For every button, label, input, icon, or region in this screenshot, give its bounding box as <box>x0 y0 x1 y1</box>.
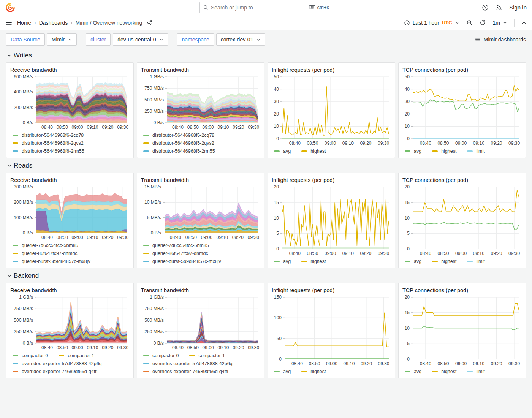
legend-item[interactable]: avg <box>405 368 421 375</box>
panel-title[interactable]: TCP connections (per pod) <box>402 286 522 294</box>
panel-title[interactable]: Receive bandwidth <box>10 286 130 294</box>
svg-text:150: 150 <box>274 294 282 300</box>
legend-item[interactable]: distributor-56446968f6-2cq78 <box>13 132 84 139</box>
svg-text:0 B/s: 0 B/s <box>23 340 33 346</box>
time-series-chart[interactable]: 0102030405008:4008:5009:0009:1009:2009:3… <box>402 74 522 147</box>
section-header-backend[interactable]: Backend <box>7 272 526 280</box>
legend-item[interactable]: highest <box>432 258 456 265</box>
time-series-chart[interactable]: 05010015008:4008:5009:0009:1009:2009:30 <box>272 294 391 367</box>
cluster-select[interactable]: dev-us-central-0 <box>113 33 168 46</box>
legend-item[interactable]: querier-burst-5b9d84857c-mx8jv <box>143 258 221 265</box>
datasource-label[interactable]: Data Source <box>6 33 45 46</box>
legend-item[interactable]: compactor-1 <box>189 352 225 359</box>
legend-item[interactable]: compactor-1 <box>59 352 94 359</box>
time-series-chart[interactable]: 0 B/s250 MB/s500 MB/s750 MB/s1 GB/s08:40… <box>10 294 130 351</box>
legend-item[interactable]: limit <box>467 258 484 265</box>
refresh-interval-picker[interactable]: 1m <box>493 20 507 26</box>
collapse-toolbar-icon[interactable] <box>521 20 527 25</box>
search-bar[interactable]: ctrl+k <box>200 2 332 13</box>
panel-reads-transmit-bandwidth: Transmit bandwidth 0 B/s5 MB/s10 MB/s15 … <box>137 173 264 268</box>
legend-item[interactable]: highest <box>301 258 326 265</box>
time-series-chart[interactable]: 0510152008:4008:5009:0009:1009:2009:30 <box>272 184 391 257</box>
legend-item[interactable]: distributor-56446968f6-2qvs2 <box>13 140 84 147</box>
namespace-select[interactable]: cortex-dev-01 <box>216 33 266 46</box>
legend-item[interactable]: querier-7d6cc54fcc-5bm85 <box>13 242 78 249</box>
legend-series-color <box>13 150 18 152</box>
time-series-chart[interactable]: 0102030405008:4008:5009:0009:1009:2009:3… <box>272 74 391 147</box>
legend-item[interactable]: distributor-56446968f6-2rm55 <box>13 148 84 155</box>
mimir-dashboards-button[interactable]: Mimir dashboards <box>475 36 526 43</box>
mega-menu-icon[interactable] <box>5 19 13 26</box>
legend-item[interactable]: limit <box>467 368 484 375</box>
panel-reads-inflight-requests: Inflight requests (per pod) 0510152008:4… <box>268 173 395 268</box>
svg-text:09:00: 09:00 <box>326 361 337 366</box>
time-series-chart[interactable]: 0 B/s5 MB/s10 MB/s15 MB/s08:4008:5009:00… <box>141 184 260 241</box>
legend-item[interactable]: highest <box>432 368 456 375</box>
share-icon[interactable] <box>147 19 153 26</box>
namespace-variable: namespace cortex-dev-01 <box>177 33 265 46</box>
legend-item[interactable]: querier-86f647fc97-dhmdc <box>13 250 78 257</box>
legend-item[interactable]: highest <box>301 148 326 155</box>
panel-title[interactable]: Inflight requests (per pod) <box>272 286 391 294</box>
legend-item[interactable]: querier-86f647fc97-dhmdc <box>143 250 208 257</box>
legend-item[interactable]: querier-7d6cc54fcc-5bm85 <box>143 242 209 249</box>
time-series-chart[interactable]: 0 B/s200 MB/s400 MB/s600 MB/s08:4008:500… <box>10 74 130 131</box>
legend-series-label: avg <box>414 368 421 375</box>
time-range-picker[interactable]: Last 1 hour UTC <box>404 20 459 26</box>
legend-series-label: highest <box>441 148 456 155</box>
panel-title[interactable]: Receive bandwidth <box>10 176 130 184</box>
legend-item[interactable]: avg <box>405 148 421 155</box>
svg-text:09:30: 09:30 <box>378 361 389 366</box>
section-header-writes[interactable]: Writes <box>7 52 526 59</box>
panel-legend: avghighestlimit <box>402 367 522 375</box>
time-series-chart[interactable]: 0 B/s100 MB/s200 MB/s300 MB/s08:4008:500… <box>10 184 130 241</box>
legend-item[interactable]: avg <box>274 368 291 375</box>
rss-icon[interactable] <box>496 4 502 11</box>
legend-item[interactable]: avg <box>405 258 421 265</box>
panel-title[interactable]: Inflight requests (per pod) <box>272 176 391 184</box>
breadcrumb-home[interactable]: Home <box>17 20 31 26</box>
legend-item[interactable]: highest <box>432 148 456 155</box>
datasource-select[interactable]: Mimir <box>47 33 77 46</box>
legend-item[interactable]: distributor-56446968f6-2cq78 <box>143 132 214 139</box>
legend-series-label: limit <box>476 368 484 375</box>
svg-text:09:20: 09:20 <box>102 125 113 130</box>
help-icon[interactable] <box>482 4 489 11</box>
svg-text:09:20: 09:20 <box>102 345 113 350</box>
legend-item[interactable]: overrides-exporter-57df478888-42p6q <box>143 360 233 367</box>
grafana-logo[interactable] <box>5 3 15 13</box>
legend-item[interactable]: overrides-exporter-74689df56d-q4ffl <box>143 368 228 375</box>
panel-title[interactable]: Transmit bandwidth <box>141 286 260 294</box>
search-input[interactable] <box>211 5 307 11</box>
legend-item[interactable]: avg <box>274 258 291 265</box>
legend-item[interactable]: avg <box>274 148 291 155</box>
legend-item[interactable]: distributor-56446968f6-2rm55 <box>143 148 215 155</box>
namespace-label[interactable]: namespace <box>177 33 214 46</box>
time-series-chart[interactable]: 0 B/s250 MB/s500 MB/s750 MB/s1 GB/s08:40… <box>141 294 260 351</box>
zoom-out-icon[interactable] <box>466 19 473 26</box>
refresh-icon[interactable] <box>480 19 486 26</box>
time-series-chart[interactable]: 0 B/s250 MB/s500 MB/s750 MB/s1 GB/s08:40… <box>141 74 260 131</box>
time-series-chart[interactable]: 0510152008:4008:5009:0009:1009:2009:30 <box>402 184 522 257</box>
cluster-label[interactable]: cluster <box>86 33 111 46</box>
time-series-chart[interactable]: 0510152008:4008:5009:0009:1009:2009:30 <box>402 294 522 367</box>
section-header-reads[interactable]: Reads <box>7 162 526 169</box>
legend-item[interactable]: compactor-0 <box>143 352 179 359</box>
sign-in-link[interactable]: Sign in <box>509 4 527 11</box>
legend-item[interactable]: limit <box>467 148 484 155</box>
legend-item[interactable]: distributor-56446968f6-2qvs2 <box>143 140 214 147</box>
panel-title[interactable]: Transmit bandwidth <box>141 66 260 74</box>
panel-title[interactable]: Transmit bandwidth <box>141 176 260 184</box>
panel-title[interactable]: Receive bandwidth <box>10 66 130 74</box>
breadcrumb-dashboards[interactable]: Dashboards <box>39 20 68 26</box>
panel-writes-receive-bandwidth: Receive bandwidth 0 B/s200 MB/s400 MB/s6… <box>6 62 134 158</box>
legend-item[interactable]: highest <box>301 368 326 375</box>
legend-item[interactable]: overrides-exporter-74689df56d-q4ffl <box>13 368 97 375</box>
legend-series-label: avg <box>414 148 421 155</box>
panel-title[interactable]: TCP connections (per pod) <box>402 66 522 74</box>
legend-item[interactable]: compactor-0 <box>13 352 48 359</box>
legend-item[interactable]: overrides-exporter-57df478888-42p6q <box>13 360 102 367</box>
panel-title[interactable]: Inflight requests (per pod) <box>272 66 391 74</box>
panel-title[interactable]: TCP connections (per pod) <box>402 176 522 184</box>
legend-item[interactable]: querier-burst-5b9d84857c-mx8jv <box>13 258 90 265</box>
